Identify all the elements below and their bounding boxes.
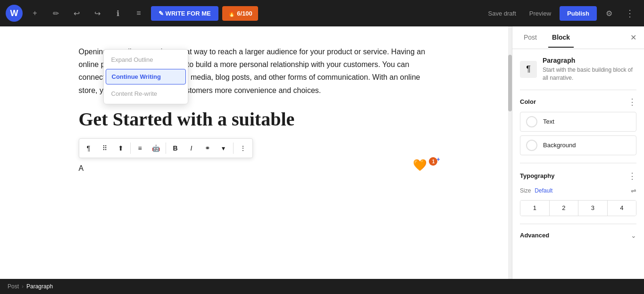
advanced-header[interactable]: Advanced ⌄ xyxy=(520,232,636,239)
panel-tabs: Post Block ✕ xyxy=(512,26,644,49)
size-label: Size xyxy=(520,187,531,194)
emoji-area: 🧡 1 + xyxy=(413,159,443,172)
top-toolbar: W + ✏ ↩ ↪ ℹ ≡ ✎ WRITE FOR ME 🔥 6/100 Sav… xyxy=(0,0,644,26)
italic-button[interactable]: I xyxy=(184,141,199,156)
size-buttons: 1 2 3 4 xyxy=(520,200,636,216)
block-options-button[interactable]: ⋮ xyxy=(235,141,251,156)
wp-logo-icon[interactable]: W xyxy=(6,5,23,22)
block-type-name: Paragraph xyxy=(543,57,636,64)
background-color-option[interactable]: Background xyxy=(520,135,636,155)
toolbar-separator-2 xyxy=(166,143,166,154)
move-up-button[interactable]: ⬆ xyxy=(113,141,128,156)
undo-button[interactable]: ↩ xyxy=(68,5,85,22)
right-panel: Post Block ✕ ¶ Paragraph Start with the … xyxy=(512,26,644,279)
ai-count-button[interactable]: 🔥 6/100 xyxy=(222,6,258,21)
advanced-chevron-icon: ⌄ xyxy=(631,232,636,239)
bottom-bar: Post › Paragraph xyxy=(0,279,644,294)
tab-post[interactable]: Post xyxy=(520,28,541,48)
preview-button[interactable]: Preview xyxy=(525,7,556,20)
editor-heading-1[interactable]: Get Started with a suitable xyxy=(79,108,430,131)
advanced-title: Advanced xyxy=(520,232,549,239)
breadcrumb-separator: › xyxy=(22,283,24,290)
scrollbar-thumb[interactable] xyxy=(508,55,512,111)
main-area: Opening an online store is a great way t… xyxy=(0,26,644,279)
typography-header: Typography ⋮ xyxy=(520,171,636,181)
block-info: ¶ Paragraph Start with the basic buildin… xyxy=(520,57,636,90)
plus-indicator-icon: + xyxy=(436,156,440,163)
content-rewrite-item[interactable]: Content Re-write xyxy=(104,85,188,102)
drag-handle-button[interactable]: ⠿ xyxy=(97,141,112,156)
color-section: Color ⋮ Text Background xyxy=(520,98,636,155)
advanced-section: Advanced ⌄ xyxy=(520,224,636,239)
expand-outline-item[interactable]: Expand Outline xyxy=(104,51,188,68)
color-more-button[interactable]: ⋮ xyxy=(628,98,636,106)
align-button[interactable]: ≡ xyxy=(133,141,148,156)
redo-button[interactable]: ↪ xyxy=(89,5,106,22)
size-btn-4[interactable]: 4 xyxy=(608,201,636,216)
heart-emoji-icon: 🧡 xyxy=(413,159,427,172)
tab-block[interactable]: Block xyxy=(548,28,574,48)
edit-button[interactable]: ✏ xyxy=(47,5,64,22)
breadcrumb-current[interactable]: Paragraph xyxy=(26,283,53,290)
typography-title: Typography xyxy=(520,172,554,179)
text-color-option[interactable]: Text xyxy=(520,112,636,132)
panel-body: ¶ Paragraph Start with the basic buildin… xyxy=(512,49,644,279)
color-section-title: Color xyxy=(520,98,536,105)
toolbar-separator-1 xyxy=(130,143,131,154)
text-color-swatch xyxy=(526,116,537,127)
toolbar-separator-3 xyxy=(233,143,234,154)
ai-dropdown-menu: Expand Outline Continue Writing Content … xyxy=(103,49,188,104)
link-button[interactable]: ⚭ xyxy=(200,141,215,156)
continue-writing-item[interactable]: Continue Writing xyxy=(106,69,186,84)
text-color-label: Text xyxy=(543,118,554,125)
save-draft-button[interactable]: Save draft xyxy=(484,7,521,20)
write-for-me-button[interactable]: ✎ WRITE FOR ME xyxy=(151,6,218,21)
editor-scrollbar[interactable] xyxy=(508,26,512,279)
toolbar-right: Save draft Preview Publish ⚙ ⋮ xyxy=(484,5,638,22)
panel-close-button[interactable]: ✕ xyxy=(630,33,636,42)
size-btn-3[interactable]: 3 xyxy=(578,201,608,216)
settings-button[interactable]: ⚙ xyxy=(601,5,618,22)
editor-content: Opening an online store is a great way t… xyxy=(56,26,452,193)
block-type-icon: ¶ xyxy=(520,61,537,78)
bold-button[interactable]: B xyxy=(168,141,183,156)
background-color-label: Background xyxy=(543,142,576,149)
ai-assistant-button[interactable]: 🤖 xyxy=(149,141,164,156)
list-view-button[interactable]: ≡ xyxy=(130,5,147,22)
size-row: Size Default ⇌ xyxy=(520,187,636,194)
background-color-swatch xyxy=(526,140,537,151)
block-type-desc: Start with the basic building block of a… xyxy=(543,66,636,82)
breadcrumb-post[interactable]: Post xyxy=(8,283,19,290)
typography-more-button[interactable]: ⋮ xyxy=(628,171,636,181)
more-rich-button[interactable]: ▾ xyxy=(216,141,231,156)
paragraph-type-button[interactable]: ¶ xyxy=(81,141,96,156)
size-btn-2[interactable]: 2 xyxy=(550,201,579,216)
editor-area[interactable]: Opening an online store is a great way t… xyxy=(0,26,508,279)
block-info-text: Paragraph Start with the basic building … xyxy=(543,57,636,82)
size-btn-1[interactable]: 1 xyxy=(520,201,550,216)
size-value: Default xyxy=(535,187,552,194)
info-button[interactable]: ℹ xyxy=(109,5,126,22)
typography-section: Typography ⋮ Size Default ⇌ 1 2 3 4 xyxy=(520,163,636,216)
editor-cursor-line[interactable]: A xyxy=(79,162,430,175)
publish-button[interactable]: Publish xyxy=(560,6,597,21)
color-section-header: Color ⋮ xyxy=(520,98,636,106)
size-slider-icon[interactable]: ⇌ xyxy=(631,187,636,194)
more-options-button[interactable]: ⋮ xyxy=(621,5,638,22)
block-toolbar: ¶ ⠿ ⬆ ≡ 🤖 B I ⚭ ▾ ⋮ xyxy=(79,138,253,158)
add-block-button[interactable]: + xyxy=(26,5,43,22)
